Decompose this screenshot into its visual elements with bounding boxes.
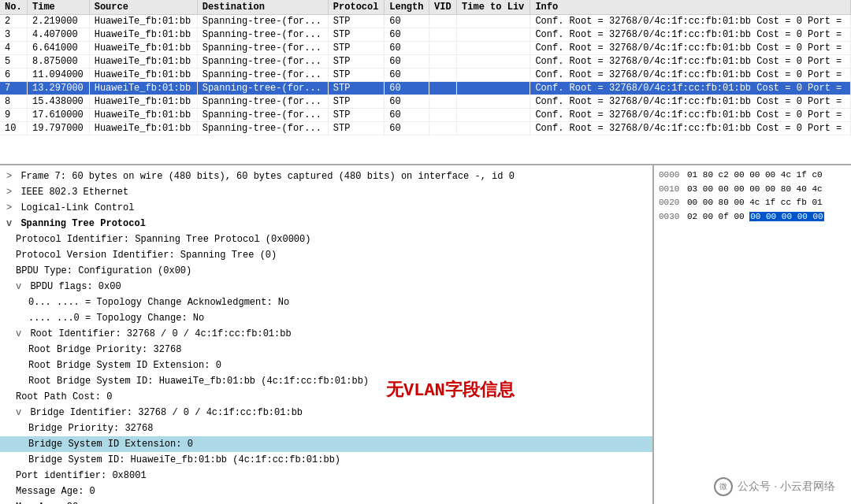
packet-cell: Spanning-tree-(for... (197, 55, 328, 69)
table-header-row: No. Time Source Destination Protocol Len… (0, 0, 851, 15)
packet-row[interactable]: 46.641000HuaweiTe_fb:01:bbSpanning-tree-… (0, 42, 851, 55)
packet-row[interactable]: 611.094000HuaweiTe_fb:01:bbSpanning-tree… (0, 69, 851, 82)
packet-cell: Spanning-tree-(for... (197, 42, 328, 55)
detail-text: Logical-Link Control (20, 202, 134, 213)
detail-text: Bridge Identifier: 32768 / 0 / 4c:1f:cc:… (30, 407, 303, 418)
packet-cell: Conf. Root = 32768/0/4c:1f:cc:fb:01:bb C… (530, 42, 851, 55)
detail-line[interactable]: Root Path Cost: 0 (0, 389, 652, 405)
packet-cell (457, 82, 530, 95)
detail-line[interactable]: Port identifier: 0x8001 (0, 468, 652, 484)
packet-cell (457, 15, 530, 28)
packet-cell (429, 95, 457, 109)
col-info: Info (530, 0, 851, 15)
col-source: Source (89, 0, 197, 15)
packet-cell: 60 (385, 109, 429, 122)
detail-line[interactable]: v Root Identifier: 32768 / 0 / 4c:1f:cc:… (0, 326, 652, 342)
detail-line[interactable]: BPDU Type: Configuration (0x00) (0, 263, 652, 279)
packet-cell: HuaweiTe_fb:01:bb (89, 69, 197, 82)
packet-row[interactable]: 1019.797000HuaweiTe_fb:01:bbSpanning-tre… (0, 122, 851, 135)
hex-offset: 0030 (659, 210, 684, 224)
detail-text: 0... .... = Topology Change Acknowledgme… (28, 297, 289, 308)
detail-text: BPDU Type: Configuration (0x00) (16, 265, 191, 276)
hex-bytes: 00 00 80 00 4c 1f cc fb 01 (687, 196, 846, 210)
detail-line[interactable]: v BPDU flags: 0x00 (0, 279, 652, 295)
packet-row[interactable]: 22.219000HuaweiTe_fb:01:bbSpanning-tree-… (0, 15, 851, 28)
packet-cell: Conf. Root = 32768/0/4c:1f:cc:fb:01:bb C… (530, 15, 851, 28)
arrow-icon: v (16, 281, 27, 292)
detail-line[interactable]: Protocol Version Identifier: Spanning Tr… (0, 247, 652, 263)
detail-text: .... ...0 = Topology Change: No (28, 313, 204, 324)
detail-line[interactable]: Root Bridge Priority: 32768 (0, 342, 652, 358)
detail-line[interactable]: Protocol Identifier: Spanning Tree Proto… (0, 232, 652, 247)
packet-row[interactable]: 713.297000HuaweiTe_fb:01:bbSpanning-tree… (0, 82, 851, 95)
packet-cell: 60 (385, 95, 429, 109)
packet-cell: Conf. Root = 32768/0/4c:1f:cc:fb:01:bb C… (530, 95, 851, 109)
hex-bytes: 02 00 0f 00 00 00 00 00 00 (687, 210, 846, 224)
detail-line[interactable]: > Frame 7: 60 bytes on wire (480 bits), … (0, 169, 652, 184)
detail-line[interactable]: > IEEE 802.3 Ethernet (0, 184, 652, 200)
packet-cell: 11.094000 (28, 69, 90, 82)
detail-text: Message Age: 0 (16, 486, 95, 497)
detail-line[interactable]: Root Bridge System ID Extension: 0 (0, 358, 652, 373)
col-destination: Destination (197, 0, 328, 15)
packet-cell: 60 (385, 28, 429, 42)
packet-detail-panel[interactable]: > Frame 7: 60 bytes on wire (480 bits), … (0, 165, 654, 504)
detail-line[interactable]: .... ...0 = Topology Change: No (0, 310, 652, 326)
packet-cell: Spanning-tree-(for... (197, 122, 328, 135)
hex-bytes: 03 00 00 00 00 00 80 40 4c (687, 183, 846, 197)
arrow-icon: v (6, 218, 17, 229)
detail-text: Root Path Cost: 0 (16, 391, 112, 402)
detail-line[interactable]: Max Age: 20 (0, 499, 652, 504)
detail-text: Bridge System ID: HuaweiTe_fb:01:bb (4c:… (28, 454, 340, 465)
detail-line[interactable]: Bridge System ID Extension: 0 (0, 436, 652, 452)
packet-cell (429, 42, 457, 55)
packet-cell: HuaweiTe_fb:01:bb (89, 82, 197, 95)
packet-cell: 60 (385, 42, 429, 55)
detail-line[interactable]: Message Age: 0 (0, 484, 652, 499)
detail-line[interactable]: > Logical-Link Control (0, 200, 652, 216)
arrow-icon: v (16, 407, 27, 418)
hex-row: 000001 80 c2 00 00 00 4c 1f c0 (659, 169, 846, 183)
packet-row[interactable]: 917.610000HuaweiTe_fb:01:bbSpanning-tree… (0, 109, 851, 122)
packet-row[interactable]: 58.875000HuaweiTe_fb:01:bbSpanning-tree-… (0, 55, 851, 69)
packet-cell: Conf. Root = 32768/0/4c:1f:cc:fb:01:bb C… (530, 69, 851, 82)
arrow-icon: > (6, 202, 17, 213)
packet-cell (457, 122, 530, 135)
packet-cell (429, 82, 457, 95)
packet-cell: Spanning-tree-(for... (197, 82, 328, 95)
detail-line[interactable]: Root Bridge System ID: HuaweiTe_fb:01:bb… (0, 373, 652, 389)
col-no: No. (0, 0, 28, 15)
packet-cell: HuaweiTe_fb:01:bb (89, 42, 197, 55)
packet-cell (429, 69, 457, 82)
detail-line[interactable]: Bridge System ID: HuaweiTe_fb:01:bb (4c:… (0, 452, 652, 468)
packet-cell: STP (328, 28, 384, 42)
detail-line[interactable]: v Spanning Tree Protocol (0, 216, 652, 232)
packet-cell: 8 (0, 95, 28, 109)
packet-cell: 60 (385, 15, 429, 28)
detail-line[interactable]: 0... .... = Topology Change Acknowledgme… (0, 295, 652, 310)
detail-text: Protocol Version Identifier: Spanning Tr… (16, 250, 277, 261)
packet-cell: STP (328, 109, 384, 122)
packet-cell: STP (328, 15, 384, 28)
packet-cell: STP (328, 82, 384, 95)
packet-row[interactable]: 34.407000HuaweiTe_fb:01:bbSpanning-tree-… (0, 28, 851, 42)
detail-text: Root Identifier: 32768 / 0 / 4c:1f:cc:fb… (30, 328, 291, 339)
packet-cell (429, 55, 457, 69)
packet-cell: Conf. Root = 32768/0/4c:1f:cc:fb:01:bb C… (530, 28, 851, 42)
detail-text: Bridge Priority: 32768 (28, 423, 153, 434)
col-protocol: Protocol (328, 0, 384, 15)
detail-line[interactable]: v Bridge Identifier: 32768 / 0 / 4c:1f:c… (0, 405, 652, 421)
packet-cell: Spanning-tree-(for... (197, 15, 328, 28)
packet-cell: Conf. Root = 32768/0/4c:1f:cc:fb:01:bb C… (530, 82, 851, 95)
packet-cell: 3 (0, 28, 28, 42)
packet-cell: 60 (385, 69, 429, 82)
detail-line[interactable]: Bridge Priority: 32768 (0, 421, 652, 436)
packet-cell (429, 122, 457, 135)
packet-cell: HuaweiTe_fb:01:bb (89, 28, 197, 42)
packet-row[interactable]: 815.438000HuaweiTe_fb:01:bbSpanning-tree… (0, 95, 851, 109)
packet-cell: Conf. Root = 32768/0/4c:1f:cc:fb:01:bb C… (530, 109, 851, 122)
detail-text: Root Bridge Priority: 32768 (28, 344, 181, 355)
detail-text: Protocol Identifier: Spanning Tree Proto… (16, 234, 310, 245)
packet-cell: 8.875000 (28, 55, 90, 69)
packet-cell: 5 (0, 55, 28, 69)
